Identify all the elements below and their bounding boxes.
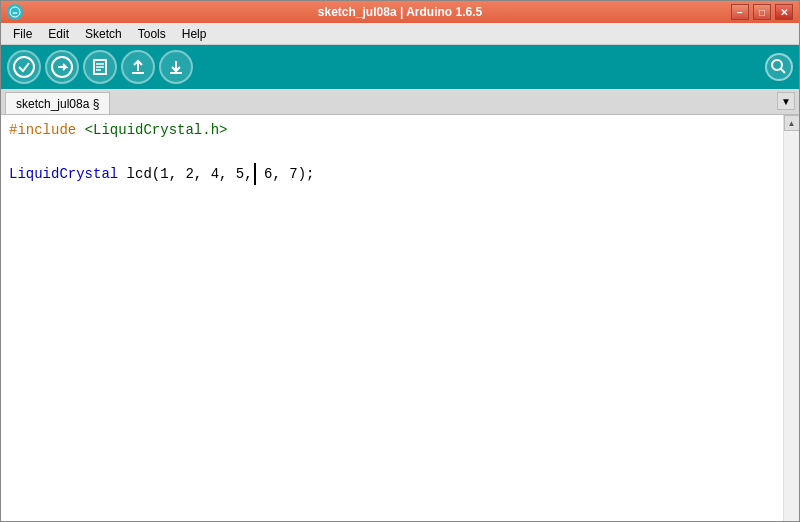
chevron-down-icon: ▼ bbox=[781, 96, 791, 107]
menu-tools[interactable]: Tools bbox=[130, 25, 174, 43]
window-controls: − □ ✕ bbox=[731, 4, 793, 20]
title-bar: ∞ sketch_jul08a | Arduino 1.6.5 − □ ✕ bbox=[1, 1, 799, 23]
code-line-1: #include <LiquidCrystal.h> bbox=[9, 119, 775, 141]
menu-bar: File Edit Sketch Tools Help bbox=[1, 23, 799, 45]
minimize-button[interactable]: − bbox=[731, 4, 749, 20]
upload-button[interactable] bbox=[45, 50, 79, 84]
open-button[interactable] bbox=[121, 50, 155, 84]
code-line-3: LiquidCrystal lcd(1, 2, 4, 5, 6, 7); bbox=[9, 163, 775, 185]
tab-sketch[interactable]: sketch_jul08a § bbox=[5, 92, 110, 114]
editor-area[interactable]: #include <LiquidCrystal.h> LiquidCrystal… bbox=[1, 115, 799, 521]
svg-text:∞: ∞ bbox=[13, 9, 18, 16]
menu-file[interactable]: File bbox=[5, 25, 40, 43]
title-bar-left: ∞ bbox=[7, 4, 23, 20]
scrollbar-vertical[interactable]: ▲ bbox=[783, 115, 799, 521]
code-editor[interactable]: #include <LiquidCrystal.h> LiquidCrystal… bbox=[1, 115, 783, 521]
new-button[interactable] bbox=[83, 50, 117, 84]
main-window: ∞ sketch_jul08a | Arduino 1.6.5 − □ ✕ Fi… bbox=[0, 0, 800, 522]
menu-edit[interactable]: Edit bbox=[40, 25, 77, 43]
class-name: LiquidCrystal bbox=[9, 163, 118, 185]
menu-help[interactable]: Help bbox=[174, 25, 215, 43]
svg-point-2 bbox=[14, 57, 34, 77]
window-title: sketch_jul08a | Arduino 1.6.5 bbox=[318, 5, 482, 19]
text-cursor: 6, 7); bbox=[254, 163, 315, 185]
scroll-up-button[interactable]: ▲ bbox=[784, 115, 800, 131]
tab-dropdown-button[interactable]: ▼ bbox=[777, 92, 795, 110]
include-path: <LiquidCrystal.h> bbox=[85, 119, 228, 141]
maximize-button[interactable]: □ bbox=[753, 4, 771, 20]
close-button[interactable]: ✕ bbox=[775, 4, 793, 20]
svg-line-11 bbox=[781, 69, 785, 73]
tab-bar: sketch_jul08a § ▼ bbox=[1, 89, 799, 115]
toolbar bbox=[1, 45, 799, 89]
tab-label: sketch_jul08a § bbox=[16, 97, 99, 111]
code-line-2 bbox=[9, 141, 775, 163]
app-icon: ∞ bbox=[7, 4, 23, 20]
verify-button[interactable] bbox=[7, 50, 41, 84]
search-button[interactable] bbox=[765, 53, 793, 81]
save-button[interactable] bbox=[159, 50, 193, 84]
menu-sketch[interactable]: Sketch bbox=[77, 25, 130, 43]
svg-point-10 bbox=[772, 60, 782, 70]
toolbar-right bbox=[765, 53, 793, 81]
preprocessor-keyword: #include bbox=[9, 119, 76, 141]
